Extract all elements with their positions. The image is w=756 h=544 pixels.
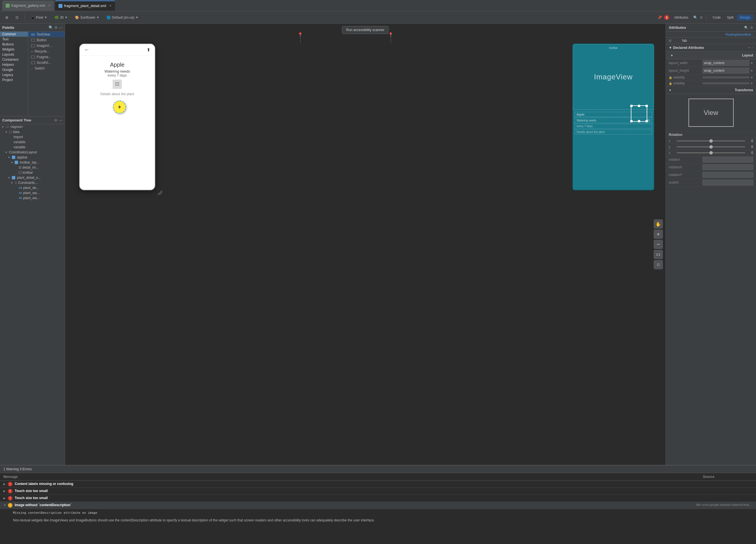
warning-image-desc[interactable]: ▼ ! Image without `contentDescription` f… [0, 502, 756, 509]
layout-width-value[interactable]: wrap_content [703, 60, 749, 66]
hand-tool-btn[interactable]: ✋ [654, 219, 663, 229]
rotation-input[interactable] [703, 157, 753, 162]
palette-item-button[interactable]: Button [28, 37, 65, 43]
visibility-2-value[interactable] [703, 82, 749, 84]
rotation-y-slider[interactable] [677, 146, 745, 147]
palette-search-icon[interactable]: 🔍 [49, 25, 53, 30]
category-project[interactable]: Project [0, 77, 28, 82]
tree-item-plant-wa1[interactable]: ▶ Ab plant_wa... [0, 190, 65, 195]
tree-collapse-icon[interactable]: — [59, 118, 62, 122]
attributes-btn[interactable]: Attributes [672, 14, 691, 21]
visibility-1-value-container: ▼ [703, 76, 753, 79]
rotation-y-value: 0 [748, 145, 753, 149]
phone-back-icon[interactable]: ← [84, 47, 89, 53]
category-common[interactable]: Common [0, 32, 28, 37]
error-touch-size-2[interactable]: ▶ ! Touch size too small [0, 495, 756, 502]
remove-attr-icon[interactable]: − [751, 46, 753, 50]
tree-item-layout[interactable]: ▼ <> <layout> [0, 124, 65, 129]
layout-height-dropdown-icon[interactable]: ▼ [750, 69, 753, 72]
resize-handle[interactable] [158, 190, 162, 196]
tree-item-variable2[interactable]: ▶ variable [0, 145, 65, 150]
layout-section-header[interactable]: ▼ Layout [666, 52, 756, 59]
tree-item-plant-de[interactable]: ▶ Ab plant_de... [0, 185, 65, 190]
split-view-btn[interactable]: Split [724, 14, 736, 21]
tree-item-plant-detail-s[interactable]: ▼ plant_detail_s... [0, 175, 65, 180]
attr-search-btn[interactable]: 🔍 [744, 26, 748, 30]
palette-item-textview[interactable]: Ab TextView [28, 32, 65, 37]
palette-item-scrollview[interactable]: ScrollVi... [28, 60, 65, 66]
locale-selector[interactable]: 🌐 Default (en-us) ▼ [104, 14, 141, 21]
tree-item-data[interactable]: ▼ { } data [0, 129, 65, 134]
tree-item-toolbar-lay[interactable]: ▼ toolbar_lay... [0, 160, 65, 165]
attr-rotationY-row: rotationY [666, 171, 756, 179]
category-buttons[interactable]: Buttons [0, 42, 28, 47]
tree-item-coordinatorlayout[interactable]: ▼ CoordinatorLayout [0, 150, 65, 155]
warning-image-strong: Image without `contentDescription` [15, 503, 71, 507]
tab-gallery-close[interactable]: ✕ [48, 4, 51, 7]
scaleX-input[interactable] [703, 180, 753, 185]
rotationY-input[interactable] [703, 172, 753, 178]
tree-item-plant-wa2[interactable]: ▶ Ab plant_wa... [0, 195, 65, 201]
visibility-1-dropdown-icon[interactable]: ▼ [750, 76, 753, 79]
category-google[interactable]: Google [0, 67, 28, 72]
zoom-reset-btn[interactable]: 1:1 [654, 250, 663, 259]
attr-settings-icon[interactable]: ⚙ [700, 16, 703, 19]
fit-screen-btn[interactable]: ⊡ [654, 260, 663, 269]
pin-icon-1[interactable]: 📌 [658, 16, 662, 19]
design-view-btn[interactable]: Design [737, 14, 753, 21]
visibility-2-dropdown-icon[interactable]: ▼ [750, 82, 753, 85]
tree-item-detail-im[interactable]: ▶ 🖼 detail_im... [0, 165, 65, 170]
locale-chevron-icon: ▼ [136, 16, 138, 19]
category-text[interactable]: Text [0, 37, 28, 42]
handle-tl [630, 105, 633, 107]
plant-de-label: plant_de... [23, 186, 39, 190]
transforms-section-header[interactable]: ▼ Transforms [666, 86, 756, 94]
zoom-out-btn[interactable]: − [654, 240, 663, 249]
attr-search-icon[interactable]: 🔍 [693, 16, 698, 19]
error-content-msg: Content labels missing or confusing [15, 482, 696, 486]
palette-item-switch[interactable]: ○ Switch [28, 66, 65, 71]
tree-item-appbar[interactable]: ▼ appbar [0, 155, 65, 160]
declared-attrs-header[interactable]: ▼ Declared Attributes + − [666, 44, 756, 52]
category-containers[interactable]: Containers [0, 57, 28, 62]
device-selector[interactable]: 📱 Pixel ▼ [28, 14, 50, 21]
bottom-columns: Message Source [0, 473, 756, 481]
tree-item-toolbar[interactable]: ▶ toolbar [0, 170, 65, 175]
category-layouts[interactable]: Layouts [0, 52, 28, 57]
tree-item-constraintl[interactable]: ▼ ⊡ ConstraintL... [0, 180, 65, 185]
run-scanner-button[interactable]: Run accessibility scanner [342, 26, 388, 34]
theme-selector[interactable]: 🎨 Sunflower ▼ [72, 14, 102, 21]
api-level-selector[interactable]: 🌿 30 ▼ [52, 14, 70, 21]
category-widgets[interactable]: Widgets [0, 47, 28, 52]
phone-fab[interactable]: + [113, 101, 126, 114]
layout-width-dropdown-icon[interactable]: ▼ [750, 62, 753, 65]
category-legacy[interactable]: Legacy [0, 72, 28, 77]
phone-share-icon[interactable]: ⬆ [147, 47, 150, 53]
palette-item-fragmentcontainer[interactable]: Fragme... [28, 54, 65, 60]
add-attr-icon[interactable]: + [748, 46, 750, 50]
tree-item-variable1[interactable]: ▶ variable [0, 140, 65, 145]
visibility-1-value[interactable] [703, 77, 749, 78]
tree-item-import[interactable]: ▶ import [0, 134, 65, 140]
rotation-x-slider[interactable] [677, 140, 745, 142]
layout-height-value[interactable]: wrap_content [703, 68, 749, 73]
code-view-btn[interactable]: Code [710, 14, 724, 21]
attr-settings-btn[interactable]: ⚙ [750, 26, 753, 30]
tab-plant-detail[interactable]: fragment_plant_detail.xml ✕ [55, 1, 115, 11]
textview-icon: Ab [31, 33, 35, 36]
extra-toggle-btn[interactable]: ⊡ [13, 14, 21, 21]
tree-settings-icon[interactable]: ⚙ [54, 118, 57, 122]
palette-item-imageview[interactable]: ImageVi... [28, 43, 65, 49]
error-touch-size-1[interactable]: ▶ ! Touch size too small [0, 488, 756, 495]
zoom-in-btn[interactable]: + [654, 230, 663, 239]
rotation-z-slider[interactable] [677, 152, 745, 153]
error-content-labels[interactable]: ▶ ! Content labels missing or confusing [0, 481, 756, 488]
palette-toggle-btn[interactable]: ⊞ [3, 14, 11, 21]
rotationX-input[interactable] [703, 164, 753, 170]
category-helpers[interactable]: Helpers [0, 62, 28, 67]
palette-collapse-icon[interactable]: — [59, 25, 62, 30]
palette-settings-icon[interactable]: ⚙ [54, 25, 58, 30]
palette-item-recyclerview[interactable]: ≡ Recycle... [28, 49, 65, 54]
tab-gallery[interactable]: fragment_gallery.xml ✕ [2, 1, 54, 11]
tab-plant-detail-close[interactable]: ✕ [109, 4, 112, 8]
